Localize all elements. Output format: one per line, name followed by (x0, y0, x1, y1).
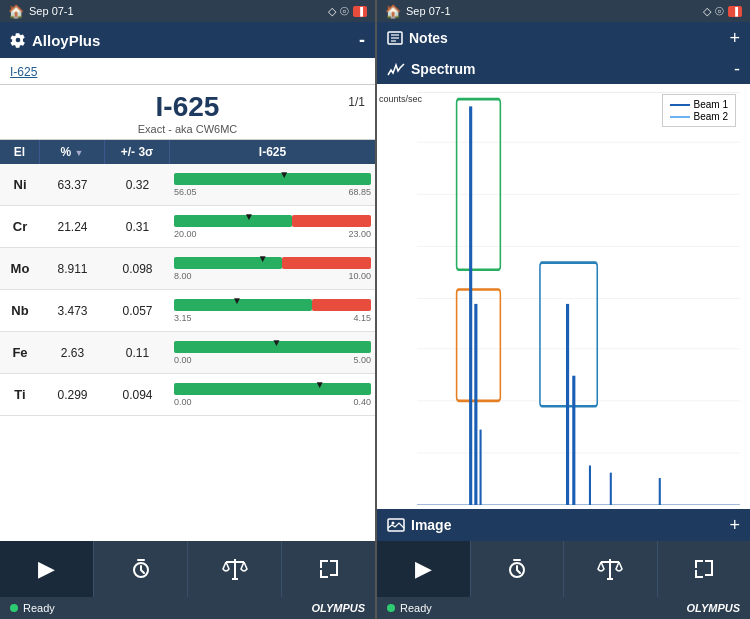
table-row: Fe 2.63 0.11 ▼ 0.005.00 (0, 332, 375, 374)
battery-icon: ▐ (353, 6, 367, 17)
cell-el-ti: Ti (0, 384, 40, 405)
svg-rect-44 (659, 478, 661, 505)
r-status-date: Sep 07-1 (406, 5, 451, 17)
legend-beam1: Beam 1 (670, 99, 728, 110)
cell-pct-nb: 3.473 (40, 301, 105, 321)
r-timer-button[interactable] (471, 541, 565, 597)
nav-icon: ◇ (328, 5, 336, 18)
r-expand-button[interactable] (658, 541, 751, 597)
chart-container: counts/sec 0 1000 2000 3000 4000 5000 (377, 84, 750, 509)
right-footer: Ready OLYMPUS (377, 597, 750, 619)
status-left: 🏠 Sep 07-1 (8, 4, 74, 19)
svg-rect-35 (457, 290, 501, 401)
timer-button[interactable] (94, 541, 188, 597)
legend-beam1-label: Beam 1 (694, 99, 728, 110)
cell-el-fe: Fe (0, 342, 40, 363)
r-status-icons: ◇ ⦾ ▐ (703, 5, 742, 18)
image-section-header: Image + (377, 509, 750, 541)
alloy-name: I-625 (10, 91, 365, 123)
left-panel: 🏠 Sep 07-1 ◇ ⦾ ▐ AlloyPlus - I-625 I-625… (0, 0, 375, 619)
svg-rect-40 (566, 304, 569, 505)
cell-sigma-nb: 0.057 (105, 301, 170, 321)
cell-sigma-ti: 0.094 (105, 385, 170, 405)
svg-rect-42 (589, 465, 591, 505)
alloy-subtitle: Exact - aka CW6MC (10, 123, 365, 135)
col-sigma: +/- 3σ (105, 140, 170, 164)
image-title: Image (387, 517, 451, 533)
r-nav-icon: ◇ (703, 5, 711, 18)
cell-el-ni: Ni (0, 174, 40, 195)
cell-pct-mo: 8.911 (40, 259, 105, 279)
table-row: Ti 0.299 0.094 ▼ 0.000.40 (0, 374, 375, 416)
svg-rect-41 (572, 376, 575, 505)
spectrum-header: Spectrum - (377, 54, 750, 84)
spectrum-collapse-button[interactable]: - (734, 59, 740, 80)
table-row: Ni 63.37 0.32 ▼ 56.0568.85 (0, 164, 375, 206)
balance-button[interactable] (188, 541, 282, 597)
svg-rect-43 (610, 473, 612, 505)
breadcrumb-link[interactable]: I-625 (10, 65, 37, 79)
table-row: Nb 3.473 0.057 ▼ 3.154.15 (0, 290, 375, 332)
status-icons: ◇ ⦾ ▐ (328, 5, 367, 18)
cell-pct-ti: 0.299 (40, 385, 105, 405)
right-panel: 🏠 Sep 07-1 ◇ ⦾ ▐ Notes + (375, 0, 750, 619)
cell-pct-ni: 63.37 (40, 175, 105, 195)
table-header: El % ▼ +/- 3σ I-625 (0, 140, 375, 164)
olympus-brand: OLYMPUS (311, 602, 365, 614)
notes-section-header: Notes + (377, 22, 750, 54)
cell-sigma-mo: 0.098 (105, 259, 170, 279)
image-add-button[interactable]: + (729, 515, 740, 536)
right-status-bar: 🏠 Sep 07-1 ◇ ⦾ ▐ (377, 0, 750, 22)
svg-rect-37 (469, 106, 472, 505)
alloy-header: I-625 Exact - aka CW6MC 1/1 (0, 85, 375, 140)
cell-el-nb: Nb (0, 300, 40, 321)
gauge-cr: ▼ 20.0023.00 (170, 213, 375, 241)
gauge-ni: ▼ 56.0568.85 (170, 171, 375, 199)
spectrum-section: Spectrum - counts/sec 0 1000 2000 (377, 54, 750, 509)
cell-sigma-fe: 0.11 (105, 343, 170, 363)
balance-icon (222, 557, 248, 581)
col-alloy: I-625 (170, 140, 375, 164)
wifi-icon: ⦾ (340, 5, 349, 18)
cell-sigma-ni: 0.32 (105, 175, 170, 195)
svg-rect-38 (474, 304, 477, 505)
legend-beam2: Beam 2 (670, 111, 728, 122)
r-play-button[interactable]: ▶ (377, 541, 471, 597)
gauge-ti: ▼ 0.000.40 (170, 381, 375, 409)
alloy-count: 1/1 (348, 95, 365, 109)
spectrum-title: Spectrum (387, 61, 476, 77)
svg-rect-39 (480, 430, 482, 505)
col-el: El (0, 140, 40, 164)
r-ready-text: Ready (400, 602, 432, 614)
notes-add-button[interactable]: + (729, 28, 740, 49)
timer-icon (129, 557, 153, 581)
cell-pct-cr: 21.24 (40, 217, 105, 237)
legend-beam2-line (670, 116, 690, 118)
play-button[interactable]: ▶ (0, 541, 94, 597)
cell-el-mo: Mo (0, 258, 40, 279)
cell-pct-fe: 2.63 (40, 343, 105, 363)
image-icon (387, 518, 405, 532)
y-axis-label: counts/sec (379, 94, 422, 104)
collapse-button[interactable]: - (359, 30, 365, 51)
gear-icon (10, 32, 26, 48)
breadcrumb: I-625 (0, 58, 375, 85)
data-table: El % ▼ +/- 3σ I-625 Ni 63.37 0.32 ▼ 56.0… (0, 140, 375, 541)
notes-icon (387, 31, 403, 45)
r-balance-button[interactable] (564, 541, 658, 597)
expand-button[interactable] (282, 541, 375, 597)
r-expand-icon (692, 557, 716, 581)
cell-el-cr: Cr (0, 216, 40, 237)
legend-beam1-line (670, 104, 690, 106)
r-balance-icon (597, 557, 623, 581)
gauge-mo: ▼ 8.0010.00 (170, 255, 375, 283)
r-status-left: 🏠 Sep 07-1 (385, 4, 451, 19)
left-footer: Ready OLYMPUS (0, 597, 375, 619)
svg-rect-34 (457, 99, 501, 270)
spectrum-chart: 0 1000 2000 3000 4000 5000 6000 7000 800… (417, 92, 740, 505)
right-toolbar: ▶ (377, 541, 750, 597)
home-icon: 🏠 (8, 4, 24, 19)
app-title: AlloyPlus (10, 32, 100, 49)
table-row: Cr 21.24 0.31 ▼ 20.0023.00 (0, 206, 375, 248)
r-ready-dot (387, 604, 395, 612)
